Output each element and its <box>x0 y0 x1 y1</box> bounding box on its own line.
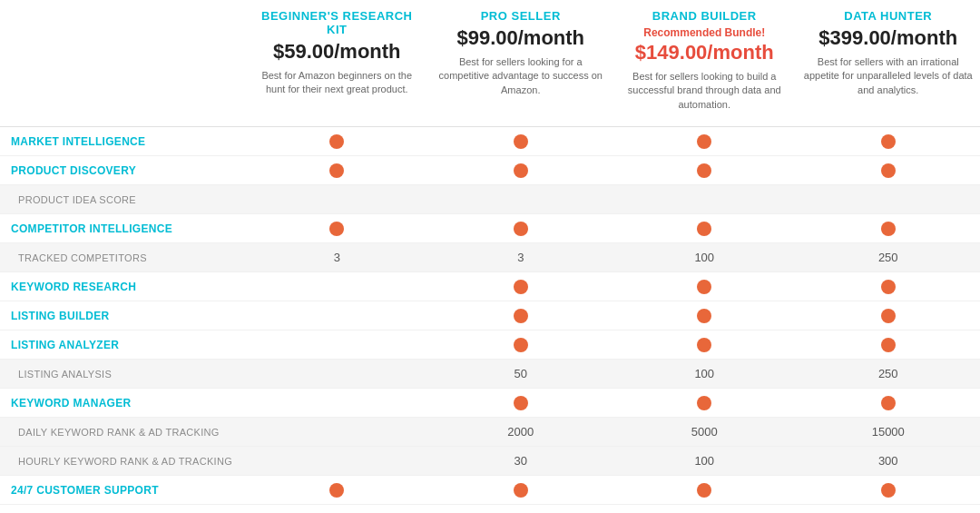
feature-cell-11-1: 30 <box>429 450 613 471</box>
check-dot <box>697 222 711 236</box>
check-dot <box>514 338 528 352</box>
plan-desc-beginner: Best for Amazon beginners on the hunt fo… <box>252 69 422 97</box>
cell-value-8-2: 100 <box>694 367 714 380</box>
plan-name-brand: BRAND BUILDER <box>620 9 789 23</box>
check-dot <box>881 134 896 149</box>
feature-label-1: PRODUCT DISCOVERY <box>0 159 245 183</box>
feature-label-7: LISTING ANALYZER <box>0 333 245 357</box>
feature-cell-5-0 <box>245 283 429 291</box>
feature-label-8: LISTING ANALYSIS <box>0 363 245 385</box>
plan-name-data: DATA HUNTER <box>804 9 974 23</box>
cell-value-4-3: 250 <box>878 251 898 264</box>
feature-label-11: HOURLY KEYWORD RANK & AD TRACKING <box>0 450 245 472</box>
header-row: BEGINNER'S RESEARCH KIT$59.00/monthBest … <box>0 0 980 127</box>
check-dot <box>514 396 528 410</box>
feature-cell-5-1 <box>429 276 613 298</box>
check-dot <box>514 309 528 323</box>
feature-label-10: DAILY KEYWORD RANK & AD TRACKING <box>0 421 245 443</box>
feature-cell-8-0 <box>245 370 429 378</box>
feature-row-12: 24/7 CUSTOMER SUPPORT <box>0 476 980 505</box>
feature-cell-0-1 <box>429 131 613 153</box>
feature-cell-6-3 <box>797 305 981 327</box>
check-dot <box>514 483 528 498</box>
feature-cell-8-1: 50 <box>429 363 613 384</box>
feature-cell-1-0 <box>245 160 429 182</box>
check-dot <box>881 163 896 178</box>
feature-cell-12-2 <box>612 479 797 501</box>
check-dot <box>329 163 344 178</box>
pricing-table: BEGINNER'S RESEARCH KIT$59.00/monthBest … <box>0 0 980 505</box>
feature-cell-3-3 <box>797 218 981 240</box>
feature-cell-2-2 <box>612 196 797 203</box>
check-dot <box>881 222 896 236</box>
feature-row-10: DAILY KEYWORD RANK & AD TRACKING20005000… <box>0 418 980 447</box>
feature-cell-8-3: 250 <box>797 363 981 384</box>
feature-cell-1-3 <box>797 160 981 182</box>
feature-cell-10-1: 2000 <box>429 421 613 442</box>
feature-label-3: COMPETITOR INTELLIGENCE <box>0 217 245 241</box>
plan-price-beginner: $59.00/month <box>252 40 422 64</box>
feature-cell-10-2: 5000 <box>612 421 797 442</box>
feature-label-6: LISTING BUILDER <box>0 304 245 328</box>
plan-header-pro: PRO SELLER$99.00/monthBest for sellers l… <box>429 0 613 117</box>
check-dot <box>329 483 344 498</box>
feature-row-7: LISTING ANALYZER <box>0 330 980 360</box>
check-dot <box>697 483 711 498</box>
feature-cell-4-0: 3 <box>245 247 429 268</box>
feature-cell-11-3: 300 <box>797 450 981 471</box>
feature-cell-10-3: 15000 <box>797 421 981 442</box>
feature-label-9: KEYWORD MANAGER <box>0 391 245 415</box>
check-dot <box>881 280 896 294</box>
feature-cell-11-2: 100 <box>612 450 797 471</box>
feature-cell-10-0 <box>245 429 429 436</box>
cell-value-10-1: 2000 <box>507 425 534 439</box>
feature-cell-0-0 <box>245 131 429 153</box>
feature-cell-5-2 <box>612 276 797 298</box>
feature-rows: MARKET INTELLIGENCEPRODUCT DISCOVERYPROD… <box>0 127 980 505</box>
feature-cell-11-0 <box>245 458 429 465</box>
plan-price-data: $399.00/month <box>804 26 974 50</box>
check-dot <box>881 309 896 323</box>
feature-cell-4-1: 3 <box>429 247 613 268</box>
feature-cell-5-3 <box>797 276 981 298</box>
feature-row-8: LISTING ANALYSIS50100250 <box>0 360 980 389</box>
feature-cell-2-3 <box>797 196 981 203</box>
feature-label-2: PRODUCT IDEA SCORE <box>0 189 245 211</box>
feature-cell-7-0 <box>245 341 429 349</box>
cell-value-10-3: 15000 <box>872 425 905 439</box>
check-dot <box>697 338 711 352</box>
feature-cell-2-0 <box>245 196 429 203</box>
feature-cell-1-2 <box>612 160 797 182</box>
feature-label-12: 24/7 CUSTOMER SUPPORT <box>0 478 245 502</box>
feature-label-5: KEYWORD RESEARCH <box>0 275 245 299</box>
cell-value-11-2: 100 <box>694 454 714 468</box>
plan-header-data: DATA HUNTER$399.00/monthBest for sellers… <box>797 0 981 117</box>
check-dot <box>697 396 711 410</box>
plan-price-brand: $149.00/month <box>620 41 789 64</box>
feature-row-4: TRACKED COMPETITORS33100250 <box>0 243 980 272</box>
check-dot <box>514 134 528 149</box>
check-dot <box>881 338 896 352</box>
check-dot <box>514 163 528 178</box>
feature-cell-9-3 <box>797 392 981 414</box>
check-dot <box>881 483 896 498</box>
feature-row-6: LISTING BUILDER <box>0 301 980 330</box>
check-dot <box>697 163 711 178</box>
feature-cell-9-0 <box>245 400 429 407</box>
plan-header-beginner: BEGINNER'S RESEARCH KIT$59.00/monthBest … <box>245 0 429 117</box>
feature-row-9: KEYWORD MANAGER <box>0 389 980 418</box>
feature-cell-0-3 <box>797 131 981 153</box>
check-dot <box>514 280 528 294</box>
cell-value-11-1: 30 <box>514 454 527 468</box>
check-dot <box>697 280 711 294</box>
feature-label-0: MARKET INTELLIGENCE <box>0 130 245 153</box>
feature-cell-12-3 <box>797 479 981 501</box>
check-dot <box>881 396 896 410</box>
feature-row-11: HOURLY KEYWORD RANK & AD TRACKING3010030… <box>0 447 980 476</box>
feature-cell-3-2 <box>612 218 797 240</box>
feature-row-1: PRODUCT DISCOVERY <box>0 156 980 185</box>
feature-row-5: KEYWORD RESEARCH <box>0 272 980 301</box>
cell-value-10-2: 5000 <box>691 425 718 439</box>
cell-value-4-2: 100 <box>694 251 714 264</box>
cell-value-4-0: 3 <box>334 251 340 264</box>
